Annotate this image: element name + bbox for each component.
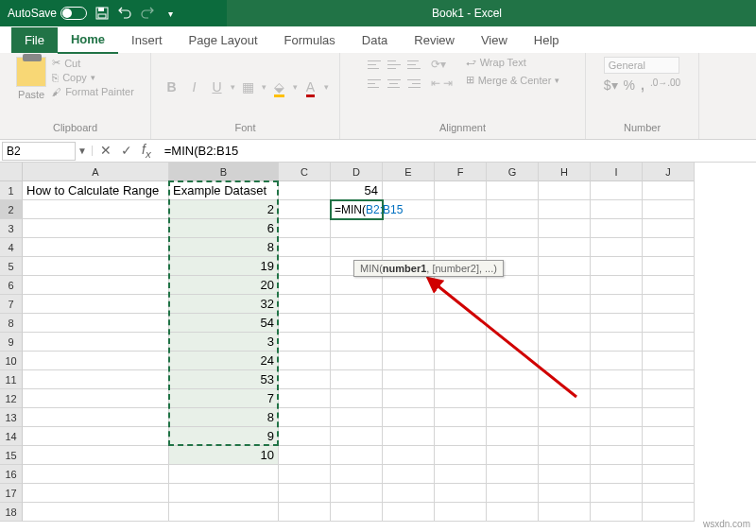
insert-function-button[interactable]: fx	[142, 142, 151, 160]
row-header-15[interactable]: 15	[0, 446, 23, 465]
wrap-text-button[interactable]: ⮐Wrap Text	[466, 57, 560, 68]
cell-G17[interactable]	[487, 484, 539, 503]
cancel-formula-button[interactable]: ✕	[100, 143, 112, 158]
cell-D6[interactable]	[331, 276, 383, 295]
tab-view[interactable]: View	[468, 27, 521, 53]
align-middle-button[interactable]	[386, 57, 403, 72]
cell-A6[interactable]	[23, 276, 169, 295]
row-header-10[interactable]: 10	[0, 352, 23, 370]
col-header-H[interactable]: H	[539, 163, 591, 181]
tab-file[interactable]: File	[11, 27, 58, 53]
cell-C6[interactable]	[279, 276, 331, 295]
cell-D13[interactable]	[331, 408, 383, 427]
cell-C5[interactable]	[279, 257, 331, 276]
cell-G16[interactable]	[487, 465, 539, 484]
percent-button[interactable]: %	[624, 77, 635, 93]
cell-E1[interactable]	[383, 181, 435, 200]
row-header-7[interactable]: 7	[0, 295, 23, 314]
cell-A7[interactable]	[23, 295, 169, 314]
cut-button[interactable]: Cut	[52, 57, 134, 69]
cell-D7[interactable]	[331, 295, 383, 314]
cell-D8[interactable]	[331, 314, 383, 333]
cell-C12[interactable]	[279, 389, 331, 408]
cell-I14[interactable]	[591, 427, 643, 446]
cell-J5[interactable]	[643, 257, 695, 276]
align-bottom-button[interactable]	[405, 57, 422, 72]
save-icon[interactable]	[94, 6, 110, 21]
increase-indent-button[interactable]: ⇥	[443, 77, 453, 90]
cell-B2[interactable]: 2	[169, 200, 279, 219]
row-header-2[interactable]: 2	[0, 200, 23, 219]
col-header-J[interactable]: J	[643, 163, 695, 181]
cell-B10[interactable]: 24	[169, 352, 279, 370]
row-header-13[interactable]: 13	[0, 408, 23, 427]
row-header-18[interactable]: 18	[0, 503, 23, 522]
comma-button[interactable]: ,	[641, 77, 644, 93]
row-header-11[interactable]: 11	[0, 370, 23, 389]
cell-H5[interactable]	[539, 257, 591, 276]
cell-J2[interactable]	[643, 200, 695, 219]
col-header-C[interactable]: C	[279, 163, 331, 181]
cell-D16[interactable]	[331, 465, 383, 484]
cell-I15[interactable]	[591, 446, 643, 465]
cell-E17[interactable]	[383, 484, 435, 503]
cell-J11[interactable]	[643, 370, 695, 389]
row-header-17[interactable]: 17	[0, 484, 23, 503]
cell-C16[interactable]	[279, 465, 331, 484]
cell-G4[interactable]	[487, 238, 539, 257]
cell-C7[interactable]	[279, 295, 331, 314]
cell-B7[interactable]: 32	[169, 295, 279, 314]
cell-F4[interactable]	[435, 238, 487, 257]
cell-E15[interactable]	[383, 446, 435, 465]
cell-G2[interactable]	[487, 200, 539, 219]
col-header-A[interactable]: A	[23, 163, 169, 181]
cell-I3[interactable]	[591, 219, 643, 238]
row-header-16[interactable]: 16	[0, 465, 23, 484]
cell-I4[interactable]	[591, 238, 643, 257]
col-header-F[interactable]: F	[435, 163, 487, 181]
name-box-dropdown-icon[interactable]: ▼	[77, 146, 93, 156]
cell-B8[interactable]: 54	[169, 314, 279, 333]
cell-A16[interactable]	[23, 465, 169, 484]
cell-D9[interactable]	[331, 333, 383, 352]
border-button[interactable]: ▦	[239, 79, 258, 94]
increase-decimal-button[interactable]: .0→.00	[650, 77, 680, 93]
cell-G18[interactable]	[487, 503, 539, 522]
row-header-4[interactable]: 4	[0, 238, 23, 257]
cell-J8[interactable]	[643, 314, 695, 333]
cell-J18[interactable]	[643, 503, 695, 522]
cell-A2[interactable]	[23, 200, 169, 219]
align-left-button[interactable]	[366, 76, 383, 91]
row-header-3[interactable]: 3	[0, 219, 23, 238]
cell-C9[interactable]	[279, 333, 331, 352]
cell-E4[interactable]	[383, 238, 435, 257]
cell-D15[interactable]	[331, 446, 383, 465]
undo-icon[interactable]	[117, 6, 132, 21]
cell-B17[interactable]	[169, 484, 279, 503]
row-header-12[interactable]: 12	[0, 389, 23, 408]
cell-J3[interactable]	[643, 219, 695, 238]
cell-A15[interactable]	[23, 446, 169, 465]
cell-G15[interactable]	[487, 446, 539, 465]
cell-H2[interactable]	[539, 200, 591, 219]
align-right-button[interactable]	[405, 76, 422, 91]
cell-J7[interactable]	[643, 295, 695, 314]
cell-H1[interactable]	[539, 181, 591, 200]
format-painter-button[interactable]: Format Painter	[52, 86, 134, 97]
cell-D3[interactable]	[331, 219, 383, 238]
currency-button[interactable]: $▾	[604, 77, 618, 93]
cell-J14[interactable]	[643, 427, 695, 446]
tab-data[interactable]: Data	[349, 27, 401, 53]
cell-J4[interactable]	[643, 238, 695, 257]
cell-J16[interactable]	[643, 465, 695, 484]
cell-F1[interactable]	[435, 181, 487, 200]
decrease-indent-button[interactable]: ⇤	[431, 77, 440, 90]
col-header-E[interactable]: E	[383, 163, 435, 181]
font-color-button[interactable]: A	[301, 79, 320, 94]
cell-C8[interactable]	[279, 314, 331, 333]
cell-B1[interactable]: Example Dataset	[169, 181, 279, 200]
cell-E14[interactable]	[383, 427, 435, 446]
col-header-G[interactable]: G	[487, 163, 539, 181]
cell-B4[interactable]: 8	[169, 238, 279, 257]
cell-B13[interactable]: 8	[169, 408, 279, 427]
